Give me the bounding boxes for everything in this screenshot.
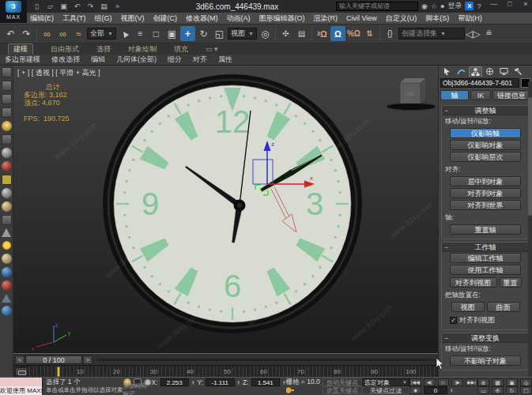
align-to-object-button[interactable]: 对齐到对象	[450, 188, 521, 198]
snaps-toggle-icon[interactable]: 3Ω	[315, 26, 330, 41]
reference-coordinate-dropdown[interactable]: 视图▼	[228, 28, 257, 40]
search-communities-icon[interactable]: ◉	[421, 2, 428, 10]
exchange-apps-icon[interactable]: X	[465, 2, 474, 10]
zoom-extents-all-icon[interactable]: ◎	[520, 378, 532, 386]
select-and-link-icon[interactable]: ∞	[40, 26, 55, 41]
zoom-icon[interactable]: ⊕	[477, 378, 489, 386]
object-name-field[interactable]: Obj3d66-446439-7-601	[440, 78, 519, 88]
panel-geometry-all[interactable]: 几何体(全部)	[116, 55, 157, 65]
place-view-button[interactable]: 视图	[451, 302, 485, 312]
menu-create[interactable]: 创建(C)	[153, 13, 178, 24]
percent-snap-toggle-icon[interactable]: %Ω	[346, 26, 361, 41]
align-to-view-checkbox[interactable]: ✓	[450, 317, 457, 324]
open-file-icon[interactable]: ▱	[45, 2, 55, 10]
menu-help[interactable]: 帮助(H)	[458, 13, 482, 24]
track-bar-ruler[interactable]: 10 20 30 40 50 60 70 80 90 100	[29, 366, 436, 378]
panel-polygon-modeling[interactable]: 多边形建模	[5, 55, 40, 65]
rain-particles-icon[interactable]	[2, 267, 12, 277]
current-frame-marker[interactable]	[57, 367, 60, 377]
time-slider-track[interactable]	[96, 359, 435, 361]
current-time-field[interactable]: 0	[424, 386, 447, 394]
key-mode-toggle[interactable]: ◆	[409, 386, 421, 394]
two-spheres-icon[interactable]	[2, 280, 12, 291]
time-slider-handle[interactable]: 0 / 100	[25, 356, 82, 364]
render-teapot-icon[interactable]	[2, 67, 12, 77]
matte-sphere-icon[interactable]	[2, 188, 12, 198]
dont-affect-children-button[interactable]: 不影响子对象	[450, 356, 521, 366]
set-key-button[interactable]: 设置关键点	[323, 386, 362, 394]
display-tab-icon[interactable]	[497, 66, 511, 77]
menu-scripting[interactable]: 脚本(S)	[425, 13, 449, 24]
y-spinner[interactable]: ▲▼	[237, 380, 240, 386]
menu-civil-view[interactable]: Civil View	[346, 14, 377, 22]
go-to-end-button[interactable]: ▶▶|	[466, 378, 477, 386]
save-file-icon[interactable]: ▣	[58, 2, 69, 10]
mini-curve-editor-button[interactable]	[15, 367, 28, 376]
panel-subdivision[interactable]: 细分	[168, 55, 182, 65]
time-spinner[interactable]: ▲▼	[450, 388, 453, 393]
panel-properties[interactable]: 属性	[218, 55, 232, 65]
panel-scrollbar[interactable]	[528, 81, 532, 377]
window-layout-icon[interactable]	[2, 107, 12, 118]
zoom-extents-icon[interactable]: ▣	[506, 378, 518, 386]
z-coordinate-field[interactable]: 1.541	[251, 378, 280, 386]
go-to-start-button[interactable]: |◀◀	[409, 378, 421, 386]
audio-icon[interactable]	[2, 134, 12, 145]
affect-object-only-button[interactable]: 仅影响对象	[450, 140, 521, 150]
key-filters-button[interactable]: 关键点过滤器...	[362, 386, 409, 394]
undo-button[interactable]: ↶	[3, 26, 18, 41]
menu-modifiers[interactable]: 修改器(M)	[186, 13, 218, 24]
affect-hierarchy-only-button[interactable]: 仅影响层次	[450, 152, 521, 162]
moon-sphere-icon[interactable]	[2, 201, 12, 212]
close-button[interactable]: ×	[521, 0, 530, 8]
selection-set-dropdown[interactable]: 选定对象▼	[362, 378, 409, 386]
menu-graph-editors[interactable]: 图形编辑器(O)	[259, 13, 305, 24]
maximize-viewport-icon[interactable]: ▢	[520, 386, 532, 394]
play-button[interactable]: ▷	[438, 378, 450, 386]
zoom-all-icon[interactable]: ▦	[492, 378, 504, 386]
modify-tab-icon[interactable]	[455, 66, 468, 77]
panel-modify-selection[interactable]: 修改选择	[51, 55, 80, 65]
panel-edit[interactable]: 编辑	[91, 55, 105, 65]
search-input[interactable]: 输入关键字或短语	[336, 2, 418, 11]
select-and-move-button[interactable]: +	[180, 26, 195, 41]
list-view-icon[interactable]	[2, 94, 12, 104]
set-key-icon[interactable]	[286, 386, 294, 394]
menu-group[interactable]: 组(G)	[95, 13, 112, 24]
maxscript-mini-listener[interactable]: 欢迎使用 MAXScript	[0, 378, 43, 395]
minimize-button[interactable]: —	[489, 0, 499, 8]
motion-tab-icon[interactable]	[483, 66, 496, 77]
create-tab-icon[interactable]	[440, 66, 454, 77]
pivot-mode-button[interactable]: 轴	[440, 90, 469, 100]
redo-icon[interactable]: ↷	[85, 2, 96, 10]
select-and-rotate-button[interactable]: ↻	[196, 26, 211, 41]
new-file-icon[interactable]: ▯	[32, 2, 42, 10]
redo-button[interactable]: ↷	[19, 26, 34, 41]
adjust-pivot-rollout-header[interactable]: −调整轴	[442, 106, 529, 115]
menu-edit[interactable]: 编辑(E)	[30, 13, 54, 24]
orbit-icon[interactable]: ↻	[506, 386, 518, 394]
workspace-icon[interactable]: ▤	[99, 2, 109, 10]
image-viewer-icon[interactable]	[2, 81, 12, 91]
reset-pivot-button[interactable]: 重置轴	[450, 224, 521, 235]
ribbon-minimize-icon[interactable]: ▭ ▾	[206, 45, 218, 53]
auto-key-button[interactable]: 自动关键点	[323, 378, 362, 386]
align-icon[interactable]: ≞	[481, 26, 496, 41]
undo-icon[interactable]: ↶	[72, 2, 82, 10]
ik-mode-button[interactable]: IK	[470, 90, 491, 100]
material-sphere-icon[interactable]	[2, 148, 12, 158]
overflow-icon[interactable]: »	[112, 2, 123, 10]
ribbon-tab-modeling[interactable]: 建模	[8, 43, 33, 55]
rectangular-selection-region-icon[interactable]: □	[149, 26, 164, 41]
menu-animation[interactable]: 动画(A)	[227, 13, 251, 24]
listener-line[interactable]: 欢迎使用 MAXScript	[0, 386, 42, 395]
ribbon-tab-populate[interactable]: 填充	[174, 44, 188, 55]
viewport-label[interactable]: [ + ] [ 透视 ] [ 平滑 + 高光 ]	[17, 68, 100, 78]
select-by-name-icon[interactable]: ≡	[133, 26, 148, 41]
selection-filter-dropdown[interactable]: 全部▼	[87, 28, 116, 40]
camera-icon[interactable]	[2, 161, 12, 171]
light-icon[interactable]	[2, 121, 12, 131]
edit-working-pivot-button[interactable]: 编辑工作轴	[450, 253, 521, 263]
menu-rendering[interactable]: 渲染(R)	[314, 13, 338, 24]
favorites-icon[interactable]: ☆	[431, 2, 437, 10]
